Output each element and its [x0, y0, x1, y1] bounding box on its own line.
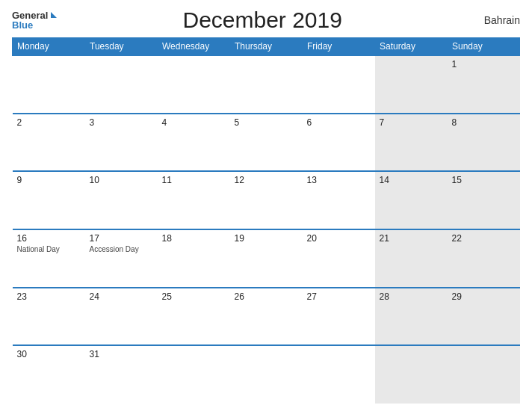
- day-event: Accession Day: [90, 245, 153, 253]
- calendar-cell: 12: [230, 171, 303, 229]
- weekday-header-row: Monday Tuesday Wednesday Thursday Friday…: [13, 38, 520, 56]
- day-number: 5: [235, 117, 298, 128]
- calendar-cell: [448, 345, 520, 404]
- calendar-week-row: 2345678: [13, 114, 520, 172]
- calendar-cell: 15: [448, 171, 520, 229]
- header-tuesday: Tuesday: [85, 38, 158, 56]
- calendar-cell: 24: [85, 288, 158, 346]
- day-number: 19: [235, 233, 298, 244]
- day-number: 12: [235, 175, 298, 185]
- calendar-cell: 9: [13, 171, 85, 229]
- calendar-cell: [13, 55, 85, 114]
- calendar-cell: 30: [13, 345, 85, 404]
- calendar-cell: 8: [448, 114, 520, 172]
- calendar-page: General Blue December 2019 Bahrain Monda…: [0, 0, 532, 411]
- day-number: 25: [162, 291, 226, 302]
- logo-blue-text: Blue: [12, 20, 57, 30]
- day-number: 3: [90, 117, 153, 128]
- calendar-cell: 13: [303, 171, 375, 229]
- calendar-week-row: 9101112131415: [13, 171, 520, 229]
- calendar-cell: [158, 55, 230, 114]
- calendar-table: Monday Tuesday Wednesday Thursday Friday…: [12, 37, 520, 404]
- calendar-cell: 14: [375, 171, 448, 229]
- day-number: 17: [90, 233, 153, 244]
- day-number: 11: [162, 175, 226, 185]
- country-label: Bahrain: [468, 14, 520, 26]
- day-number: 16: [17, 233, 81, 244]
- header-monday: Monday: [13, 38, 85, 56]
- logo-triangle-icon: [51, 12, 57, 18]
- calendar-week-row: 23242526272829: [13, 288, 520, 346]
- calendar-title: December 2019: [57, 7, 468, 33]
- day-number: 24: [90, 291, 153, 302]
- calendar-cell: [85, 55, 158, 114]
- calendar-cell: 19: [230, 229, 303, 288]
- calendar-cell: 10: [85, 171, 158, 229]
- header-wednesday: Wednesday: [158, 38, 230, 56]
- calendar-cell: [303, 55, 375, 114]
- calendar-cell: 16National Day: [13, 229, 85, 288]
- calendar-cell: 21: [375, 229, 448, 288]
- calendar-cell: 22: [448, 229, 520, 288]
- day-number: 23: [17, 291, 81, 302]
- header-sunday: Sunday: [448, 38, 520, 56]
- calendar-cell: [230, 345, 303, 404]
- day-number: 2: [17, 117, 81, 128]
- day-number: 27: [307, 291, 371, 302]
- day-number: 31: [90, 349, 153, 359]
- day-number: 13: [307, 175, 371, 185]
- calendar-cell: 4: [158, 114, 230, 172]
- header-friday: Friday: [303, 38, 375, 56]
- day-number: 6: [307, 117, 371, 128]
- day-number: 14: [380, 175, 443, 185]
- header: General Blue December 2019 Bahrain: [12, 7, 520, 33]
- calendar-cell: 26: [230, 288, 303, 346]
- header-thursday: Thursday: [230, 38, 303, 56]
- calendar-cell: 6: [303, 114, 375, 172]
- calendar-cell: 28: [375, 288, 448, 346]
- calendar-cell: [158, 345, 230, 404]
- calendar-cell: [375, 55, 448, 114]
- calendar-cell: 5: [230, 114, 303, 172]
- calendar-cell: 31: [85, 345, 158, 404]
- day-number: 8: [452, 117, 516, 128]
- header-saturday: Saturday: [375, 38, 448, 56]
- day-number: 4: [162, 117, 226, 128]
- calendar-cell: 2: [13, 114, 85, 172]
- calendar-cell: 11: [158, 171, 230, 229]
- calendar-cell: 18: [158, 229, 230, 288]
- calendar-cell: [375, 345, 448, 404]
- calendar-cell: 7: [375, 114, 448, 172]
- logo: General Blue: [12, 10, 57, 30]
- day-number: 30: [17, 349, 81, 359]
- day-number: 20: [307, 233, 371, 244]
- calendar-week-row: 3031: [13, 345, 520, 404]
- calendar-cell: 27: [303, 288, 375, 346]
- day-number: 21: [380, 233, 443, 244]
- calendar-cell: [303, 345, 375, 404]
- calendar-week-row: 16National Day17Accession Day1819202122: [13, 229, 520, 288]
- day-number: 10: [90, 175, 153, 185]
- calendar-cell: 20: [303, 229, 375, 288]
- calendar-week-row: 1: [13, 55, 520, 114]
- day-number: 7: [380, 117, 443, 128]
- day-number: 15: [452, 175, 516, 185]
- day-number: 22: [452, 233, 516, 244]
- day-number: 1: [452, 59, 516, 69]
- calendar-cell: 29: [448, 288, 520, 346]
- calendar-cell: 3: [85, 114, 158, 172]
- calendar-cell: 23: [13, 288, 85, 346]
- day-number: 29: [452, 291, 516, 302]
- day-event: National Day: [17, 245, 81, 253]
- calendar-cell: 17Accession Day: [85, 229, 158, 288]
- day-number: 26: [235, 291, 298, 302]
- day-number: 28: [380, 291, 443, 302]
- day-number: 18: [162, 233, 226, 244]
- day-number: 9: [17, 175, 81, 185]
- calendar-cell: 25: [158, 288, 230, 346]
- calendar-cell: [230, 55, 303, 114]
- calendar-cell: 1: [448, 55, 520, 114]
